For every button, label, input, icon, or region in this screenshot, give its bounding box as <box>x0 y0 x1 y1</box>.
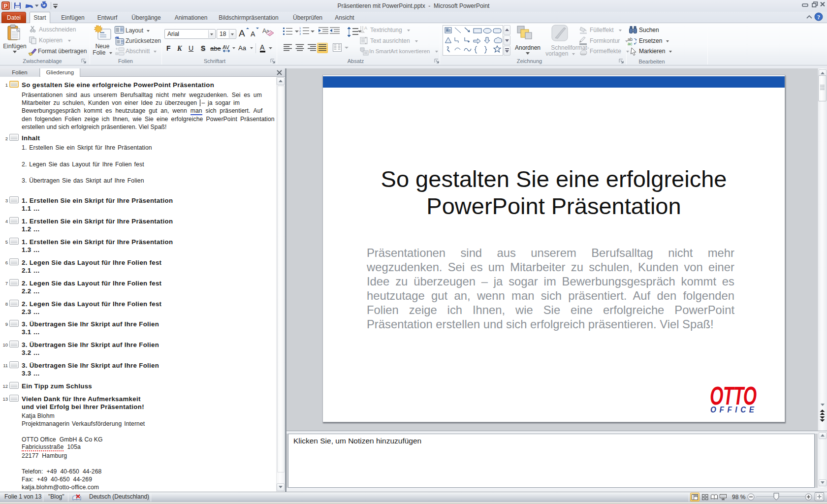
svg-text:A: A <box>446 29 448 32</box>
svg-text:A: A <box>364 26 367 31</box>
svg-text:ac: ac <box>628 41 633 45</box>
svg-text:Aa: Aa <box>238 44 247 52</box>
svg-text:A: A <box>260 43 265 51</box>
svg-text:A: A <box>262 28 266 34</box>
svg-text:AV: AV <box>223 44 230 50</box>
svg-text:?: ? <box>817 14 820 21</box>
svg-text:A: A <box>251 30 255 38</box>
svg-text:A: A <box>239 28 245 38</box>
svg-text:3: 3 <box>299 32 301 35</box>
svg-text:P: P <box>4 3 7 9</box>
